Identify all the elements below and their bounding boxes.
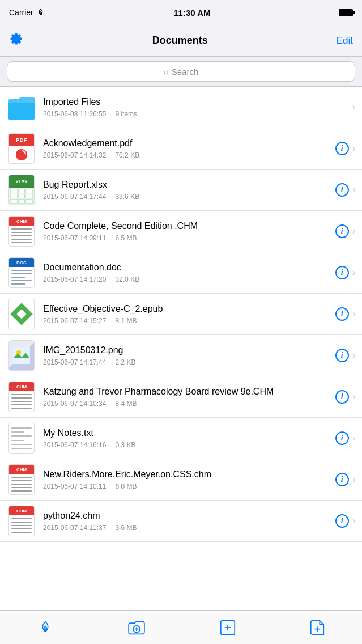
chevron-icon: › <box>352 350 355 361</box>
file-meta: 2015-06-07 14:17:44 2.2 KB <box>43 358 331 366</box>
tab-wifi[interactable] <box>26 618 65 637</box>
file-name: Bug Report.xlsx <box>43 179 331 191</box>
file-meta: 2015-06-07 14:09:11 6.5 MB <box>43 234 331 242</box>
file-info: Code Complete, Second Edition .CHM 2015-… <box>43 221 331 242</box>
epub-icon-wrap <box>7 299 36 329</box>
list-item[interactable]: CHM Katzung and Trevor Pharmacology Boar… <box>0 376 362 418</box>
file-meta: 2015-06-07 14:11:37 3.6 MB <box>43 524 331 532</box>
chevron-icon: › <box>352 268 355 278</box>
search-container: ⌕ Search <box>0 57 362 87</box>
chm-icon: CHM <box>8 216 35 247</box>
wifi-status-icon <box>36 9 45 16</box>
status-bar: Carrier 11:30 AM <box>0 0 362 25</box>
list-item[interactable]: XLSX Bug Report.xlsx 2015-06-07 14:17:44… <box>0 170 362 211</box>
folder-add-icon <box>127 620 146 635</box>
battery-icon <box>339 9 353 16</box>
file-info: My Notes.txt 2015-06-07 14:16:16 0.3 KB <box>43 427 331 449</box>
info-button[interactable]: i <box>335 390 349 404</box>
list-item[interactable]: CHM python24.chm 2015-06-07 14:11:37 3.6… <box>0 501 362 542</box>
file-meta: 2015-06-07 14:17:20 32.0 KB <box>43 276 331 283</box>
file-actions: i › <box>335 307 355 321</box>
list-item[interactable]: DOC Documentation.doc 2015-06-07 14:17:2… <box>0 252 362 294</box>
settings-button[interactable] <box>9 29 24 52</box>
info-button[interactable]: i <box>335 266 349 279</box>
list-item[interactable]: PDF Acknowledgement.pdf 2015-06-07 14:14… <box>0 128 362 170</box>
search-bar[interactable]: ⌕ Search <box>7 61 355 82</box>
list-item[interactable]: Imported Files 2015-06-08 11:26:55 9 ite… <box>0 87 362 128</box>
txt-icon-wrap <box>7 423 36 453</box>
txt-icon <box>8 423 35 454</box>
chevron-icon: › <box>352 309 355 319</box>
file-size: 8.4 MB <box>115 400 137 408</box>
info-button[interactable]: i <box>335 514 349 528</box>
chevron-icon: › <box>352 474 355 485</box>
file-info: Effective_Objective-C_2.epub 2015-06-07 … <box>43 303 331 325</box>
info-button[interactable]: i <box>335 224 349 238</box>
file-info: Bug Report.xlsx 2015-06-07 14:17:44 33.6… <box>43 179 331 201</box>
png-icon-wrap <box>7 341 36 370</box>
file-meta: 2015-06-07 14:16:16 0.3 KB <box>43 441 331 449</box>
file-date: 2015-06-07 14:09:11 <box>43 234 106 242</box>
list-item[interactable]: CHM New.Riders.More.Eric.Meyer.on.CSS.ch… <box>0 459 362 501</box>
file-date: 2015-06-07 14:15:27 <box>43 317 106 325</box>
file-info: New.Riders.More.Eric.Meyer.on.CSS.chm 20… <box>43 469 331 490</box>
file-date: 2015-06-07 14:17:44 <box>43 358 106 366</box>
info-button[interactable]: i <box>335 349 349 362</box>
file-size: 6.0 MB <box>115 482 137 490</box>
file-date: 2015-06-07 14:10:11 <box>43 482 106 490</box>
pdf-icon-wrap: PDF <box>7 134 36 163</box>
list-item[interactable]: IMG_20150312.png 2015-06-07 14:17:44 2.2… <box>0 335 362 376</box>
chm-icon-wrap: CHM <box>7 506 36 536</box>
file-meta: 2015-06-08 11:26:55 9 items <box>43 110 348 118</box>
file-meta: 2015-06-07 14:10:34 8.4 MB <box>43 400 331 408</box>
file-size: 33.6 KB <box>115 193 139 201</box>
doc-icon: DOC <box>8 257 35 288</box>
info-button[interactable]: i <box>335 142 349 155</box>
chevron-icon: › <box>352 143 355 154</box>
tab-add-note[interactable] <box>208 616 247 639</box>
file-size: 0.3 KB <box>115 441 135 449</box>
pdf-icon: PDF <box>8 133 35 164</box>
file-size: 2.2 KB <box>115 358 135 366</box>
info-button[interactable]: i <box>335 431 349 445</box>
file-name: My Notes.txt <box>43 427 331 439</box>
info-button[interactable]: i <box>335 183 349 197</box>
file-date: 2015-06-07 14:14:32 <box>43 151 106 159</box>
file-date: 2015-06-07 14:11:37 <box>43 524 106 532</box>
file-meta: 2015-06-07 14:17:44 33.6 KB <box>43 193 331 201</box>
file-name: Acknowledgement.pdf <box>43 138 331 150</box>
list-item[interactable]: CHM Code Complete, Second Edition .CHM 2… <box>0 211 362 252</box>
file-actions: i › <box>335 224 355 238</box>
chevron-icon: › <box>352 226 355 236</box>
folder-icon-wrap <box>7 92 36 122</box>
file-date: 2015-06-07 14:17:20 <box>43 276 106 283</box>
file-name: Code Complete, Second Edition .CHM <box>43 221 331 232</box>
info-button[interactable]: i <box>335 473 349 486</box>
tab-add-folder[interactable] <box>116 617 157 638</box>
file-info: python24.chm 2015-06-07 14:11:37 3.6 MB <box>43 510 331 532</box>
file-meta: 2015-06-07 14:14:32 70.2 KB <box>43 151 331 159</box>
file-info: Imported Files 2015-06-08 11:26:55 9 ite… <box>43 96 348 118</box>
file-actions: i › <box>335 473 355 486</box>
file-add-icon <box>310 620 325 635</box>
file-meta: 2015-06-07 14:15:27 8.1 MB <box>43 317 331 325</box>
file-list: Imported Files 2015-06-08 11:26:55 9 ite… <box>0 87 362 611</box>
folder-icon <box>7 95 36 120</box>
info-button[interactable]: i <box>335 307 349 321</box>
chm-icon: CHM <box>8 506 35 536</box>
chm-icon-wrap: CHM <box>7 382 36 412</box>
list-item[interactable]: Effective_Objective-C_2.epub 2015-06-07 … <box>0 294 362 335</box>
list-item[interactable]: My Notes.txt 2015-06-07 14:16:16 0.3 KB … <box>0 418 362 459</box>
chevron-icon: › <box>352 433 355 443</box>
file-size: 3.6 MB <box>115 524 137 532</box>
carrier-label: Carrier <box>9 8 45 17</box>
nav-bar: Documents Edit <box>0 25 362 57</box>
chevron-icon: › <box>352 392 355 402</box>
file-name: Effective_Objective-C_2.epub <box>43 303 331 315</box>
file-size: 70.2 KB <box>115 151 139 159</box>
edit-button[interactable]: Edit <box>337 33 353 49</box>
tab-add-file[interactable] <box>299 616 336 639</box>
chm-icon-wrap: CHM <box>7 217 36 246</box>
xlsx-icon-wrap: XLSX <box>7 175 36 205</box>
png-icon <box>8 340 35 371</box>
